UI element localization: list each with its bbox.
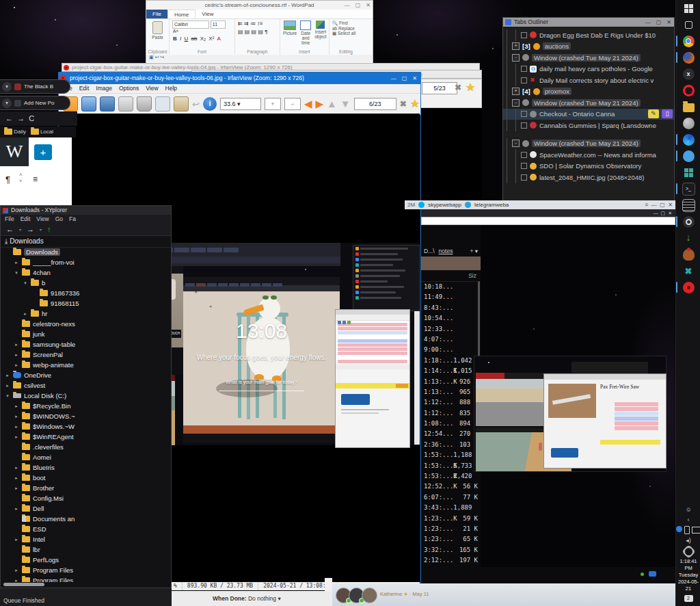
expand-icon[interactable]: +	[512, 42, 520, 50]
avatar[interactable]	[362, 588, 377, 603]
settings-gear-icon[interactable]	[684, 546, 694, 557]
chevron-right-icon[interactable]: ▸	[14, 342, 19, 347]
paste-button[interactable]: Paste	[149, 35, 166, 40]
tree-item-91868115[interactable]: 91868115	[1, 298, 171, 308]
font-color-button[interactable]: A	[217, 36, 221, 42]
tree-item--windows-w[interactable]: ▸$Windows.~W	[1, 421, 171, 432]
tabs-outliner-titlebar[interactable]: Tabs Outliner —▢✕	[503, 18, 674, 27]
checkbox[interactable]	[521, 122, 527, 129]
file-row[interactable]: 6:07:...77 K	[421, 492, 481, 503]
outliner-item[interactable]: Gdaily mail heavy cars potholes - Google	[503, 64, 674, 75]
insert-date-button[interactable]: Date and time	[300, 21, 311, 45]
file-row[interactable]: 1:53:...5,733 K	[421, 461, 481, 471]
back-icon[interactable]: ←	[6, 225, 14, 233]
xyplorer-address[interactable]: ⤓ Downloads	[1, 236, 171, 248]
tree-item-lbr[interactable]: lbr	[1, 544, 171, 555]
chevron-right-icon[interactable]: ▸	[14, 486, 19, 491]
font-name-select[interactable]: Calibri	[172, 21, 209, 29]
align-tool-icon[interactable]: ≡	[33, 174, 38, 184]
outliner-item[interactable]: +[4]proxmox	[503, 86, 674, 98]
file-row[interactable]: 3:32:...165 K	[421, 545, 481, 555]
expand-icon[interactable]: +	[512, 88, 520, 95]
outliner-item[interactable]: +[3]auctions	[503, 41, 674, 53]
outliner-item[interactable]: SpaceWeather.com -- News and informa	[503, 149, 674, 161]
checkbox[interactable]	[521, 32, 527, 38]
file-row[interactable]: 11:49...	[421, 292, 481, 302]
maximize-icon[interactable]: ▢	[355, 2, 361, 8]
file-explorer-icon[interactable]	[683, 103, 695, 112]
globe-icon[interactable]	[683, 118, 695, 129]
tab-telegramweba[interactable]: telegramweba	[474, 202, 509, 208]
chevron-right-icon[interactable]: ▸	[14, 363, 19, 368]
file-row[interactable]: 1:13:...965 K	[421, 387, 481, 397]
file-row[interactable]: 2:36:...103 K	[421, 440, 481, 450]
delete-icon[interactable]	[137, 96, 152, 111]
outliner-item[interactable]: Cannabis Gummies | Sparq (Lansdowne	[503, 120, 674, 131]
increase-indent-icon[interactable]: ⇉	[244, 21, 249, 27]
checkbox[interactable]	[521, 77, 527, 83]
minimize-icon[interactable]: —	[645, 18, 651, 27]
trash-icon[interactable]: ▯	[662, 109, 673, 118]
outliner-item[interactable]: SDO | Solar Dynamics Observatory	[503, 161, 674, 172]
tools-icon[interactable]: ✖	[400, 97, 407, 111]
file-row[interactable]: 1:12:...835 K	[421, 408, 481, 419]
bookmark-local[interactable]: Local	[40, 129, 53, 135]
tree-item-config-msi[interactable]: Config.Msi	[1, 493, 171, 503]
chevron-right-icon[interactable]: ▸	[14, 414, 19, 419]
copy-icon[interactable]	[155, 96, 170, 111]
file-row[interactable]: 1:12:...888 K	[421, 397, 481, 408]
qbittorrent-icon[interactable]	[683, 150, 695, 162]
tree-item--winreagent[interactable]: ▸$WinREAgent	[1, 432, 171, 442]
screenshot-thumbnail-front[interactable]: Pax Fret-Wire Saw	[543, 373, 667, 469]
favorites-star-icon[interactable]: ★	[410, 97, 420, 111]
outliner-item[interactable]: Dragon Egg Best Dab E Rigs Under $10	[503, 29, 674, 41]
insert-object-button[interactable]: Insert object	[314, 21, 326, 45]
find-button[interactable]: 🔍 Find	[332, 21, 360, 26]
tree-item-91867336[interactable]: 91867336	[1, 288, 171, 298]
show-hidden-icons-chevron[interactable]: ‹	[684, 516, 692, 524]
tree-item--windows-[interactable]: ▸$WINDOWS.~	[1, 411, 171, 421]
outliner-item[interactable]: Checkout - Ontario Canna✎▯	[503, 109, 674, 120]
menu-help[interactable]: Help	[165, 84, 177, 93]
file-row[interactable]: 12:33...	[421, 324, 481, 334]
outliner-item[interactable]: latest_2048_HMIIC.jpg (2048×2048)	[503, 172, 674, 183]
tree-item-celestron-nexs[interactable]: celestron-nexs	[1, 319, 171, 329]
file-row[interactable]: 12:52...56 K	[421, 482, 481, 492]
zoom-field[interactable]: 33.6 ▾	[220, 98, 261, 110]
back-icon[interactable]: ←	[5, 114, 13, 122]
last-image-arrow-icon[interactable]: ▼	[340, 97, 351, 111]
menu-go[interactable]: Go	[55, 215, 63, 223]
tree-item-csilvest[interactable]: ▸csilvest	[1, 380, 171, 391]
first-image-arrow-icon[interactable]: ▲	[327, 97, 337, 111]
xyplorer-titlebar[interactable]: Downloads - XYplorer	[1, 206, 171, 215]
file-row[interactable]: 10:54...	[421, 313, 481, 324]
chevron-down-icon[interactable]: ▾	[2, 82, 12, 92]
menu-view[interactable]: View	[36, 215, 49, 223]
chevron-right-icon[interactable]: ▸	[14, 260, 19, 265]
chevron-right-icon[interactable]: ▸	[14, 537, 19, 542]
font-size-select[interactable]: 11	[211, 21, 226, 29]
task-view-icon[interactable]	[683, 19, 695, 31]
tree-item--recycle-bin[interactable]: ▸$Recycle.Bin	[1, 401, 171, 411]
wordpad-tab-file[interactable]: File	[146, 10, 167, 18]
outliner-item[interactable]: ✖Daily Mail corrects story about electri…	[503, 75, 674, 86]
chevron-right-icon[interactable]: ▸	[14, 568, 19, 573]
tree-item-program-files[interactable]: ▸Program Files	[1, 565, 171, 575]
page-counter-field[interactable]: 6/23	[354, 98, 396, 110]
file-row[interactable]: 1:13:...926 K	[421, 377, 481, 387]
checkbox[interactable]	[521, 163, 527, 169]
firefox-icon[interactable]	[683, 52, 695, 64]
file-row[interactable]: 1:23:...59 K	[421, 514, 481, 524]
zoom-out-button[interactable]: −	[284, 98, 301, 110]
open-file-icon[interactable]	[81, 96, 96, 111]
menu-image[interactable]: Image	[96, 84, 112, 93]
phone-icon[interactable]	[684, 526, 690, 534]
close-icon[interactable]: ✕	[412, 73, 417, 84]
tree-item-esd[interactable]: ESD	[1, 524, 171, 534]
paragraph-dialog-icon[interactable]: ¶	[265, 29, 267, 35]
wordpad-titlebar[interactable]: cedric's-stream-of-conciouness.rtf - Wor…	[146, 1, 373, 10]
forward-icon[interactable]: →	[17, 114, 25, 122]
checkbox[interactable]	[521, 66, 527, 72]
menu-file[interactable]: File	[5, 215, 14, 223]
menu-view[interactable]: View	[146, 84, 158, 93]
